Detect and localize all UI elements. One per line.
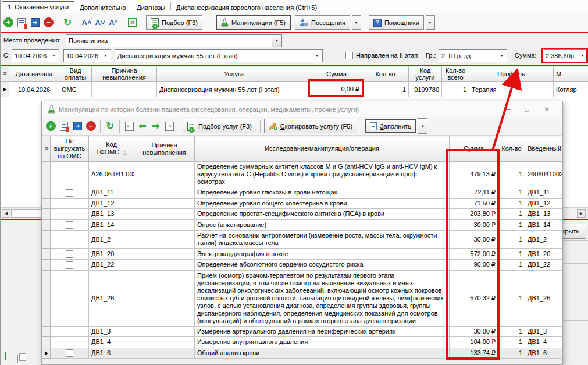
notebook-icon[interactable] — [5, 353, 6, 360]
chevron-down-icon[interactable]: ▼ — [497, 50, 507, 62]
chevron-down-icon[interactable]: ▼ — [101, 50, 111, 62]
manipulations-table: ≣ Не выгружать по ОМС Код ТФОМС△ Причина… — [42, 136, 563, 359]
table-row[interactable]: ДВ1_12 Определение уровня общего холесте… — [42, 198, 564, 209]
cell-entered-code: ДВ1_4 — [525, 337, 564, 348]
col-header[interactable]: М — [554, 66, 588, 82]
chevron-down-icon[interactable]: ▼ — [579, 50, 586, 62]
close-icon[interactable]: ✕ — [537, 105, 557, 114]
tab-diagnoses[interactable]: Диагнозы — [131, 2, 170, 13]
helpers-dropdown[interactable]: ▼ — [426, 15, 435, 30]
application-window: 1. Оказанные услуги Дополнительно Диагно… — [0, 0, 588, 365]
table-row[interactable]: А26.06.041.002 Определение суммарных ант… — [42, 162, 564, 187]
table-row[interactable]: ДВ1_13 Определение простат-специфическог… — [42, 209, 564, 220]
visits-dropdown[interactable]: ▼ — [352, 15, 361, 30]
tab-dispensary[interactable]: Диспансеризация взрослого населения (Ctr… — [171, 2, 322, 13]
date-from-combobox[interactable]: 10.04.2026 ▼ — [12, 49, 59, 62]
visits-button[interactable]: Посещения — [295, 15, 350, 30]
maximize-icon[interactable]: □ — [517, 105, 537, 114]
col-header[interactable]: Не выгружать по ОМС — [51, 136, 89, 162]
fill-dropdown[interactable]: ▼ — [418, 118, 427, 134]
col-header[interactable]: Введенный — [525, 136, 564, 162]
font-increase-icon[interactable]: A˄ — [81, 17, 92, 29]
cell-sum: 0,00 ₽ — [311, 82, 362, 97]
service-combobox[interactable]: Диспансеризация мужчин 55 лет (I этап) ▼ — [115, 49, 323, 62]
col-header[interactable]: Причина невыполнения — [92, 66, 157, 82]
chevron-down-icon[interactable]: ▼ — [312, 50, 322, 62]
col-header[interactable]: Код ТФОМС△ — [89, 136, 134, 162]
sum-combobox[interactable]: 2 386,60р. ▼ — [544, 49, 587, 62]
omit-oms-checkbox[interactable] — [66, 261, 73, 269]
omit-oms-checkbox[interactable] — [66, 236, 73, 243]
omit-oms-checkbox[interactable] — [66, 295, 73, 302]
chevron-down-icon[interactable]: ▼ — [49, 50, 59, 62]
col-header[interactable]: Исследование/манипуляция/операция — [195, 136, 450, 162]
edit-form-icon[interactable] — [16, 17, 27, 29]
first-record-icon[interactable]: ⇤ — [123, 121, 135, 132]
edit-form-icon[interactable] — [58, 121, 70, 132]
delete-icon[interactable]: − — [42, 17, 54, 29]
col-header[interactable]: Причина невыполнения — [134, 136, 195, 162]
col-header[interactable]: Кол-во — [498, 136, 525, 162]
table-row[interactable]: ДВ1_3 Измерение артериального давления н… — [42, 326, 564, 337]
refresh-icon[interactable]: ↻ — [104, 121, 116, 132]
omit-oms-checkbox[interactable] — [66, 339, 73, 346]
date-to-combobox[interactable]: 10.04.2026 ▼ — [63, 49, 111, 62]
save-icon[interactable]: ➜ — [29, 17, 41, 29]
refresh-icon[interactable]: ↻ — [62, 17, 73, 29]
omit-oms-checkbox[interactable] — [66, 171, 73, 178]
omit-oms-checkbox[interactable] — [66, 211, 73, 218]
helpers-button[interactable]: ? Помощники — [369, 15, 424, 30]
table-row[interactable]: ДВ1_4 Измерение внутриглазного давления … — [42, 337, 564, 348]
col-header[interactable]: Сумма — [311, 66, 362, 82]
excel-export-icon[interactable]: ✕ — [127, 17, 138, 29]
table-row[interactable]: ДВ1_11 Определение уровня глюкозы в кров… — [42, 187, 564, 199]
col-header[interactable]: Профиль — [469, 66, 554, 82]
omit-oms-checkbox[interactable] — [66, 189, 73, 197]
font-decrease-icon[interactable]: A˅ — [94, 17, 106, 29]
group-combobox[interactable]: 2. II Гр. зд. ▼ — [439, 49, 507, 62]
fill-button[interactable]: Заполнить — [365, 119, 416, 133]
last-record-icon[interactable]: ⇥ — [163, 121, 175, 132]
col-header[interactable]: Дата начала — [9, 66, 59, 82]
podbor-uslug-button[interactable]: + Подбор услуг (F3) — [183, 119, 256, 133]
cell-entered-code: ДВ1_26 — [525, 270, 564, 326]
table-row[interactable]: ДВ1_20 Электрокардиография в покое 572,0… — [42, 249, 564, 260]
table-row[interactable]: ▶ ДВ1_6 Общий анализ крови 133,74 ₽ 1 ДВ… — [42, 348, 564, 359]
table-row[interactable]: ▶ 10.04.2026 ОМС Диспансеризация мужчин … — [1, 82, 588, 97]
scroll-right-icon[interactable]: ▶ — [577, 209, 586, 218]
col-header[interactable]: Услуга — [157, 66, 311, 82]
next-record-icon[interactable]: ➡ — [150, 121, 162, 132]
table-row[interactable]: ДВ1_26 Прием (осмотр) врачом-терапевтом … — [42, 270, 564, 326]
chevron-down-icon[interactable]: ▼ — [272, 35, 281, 47]
font-size-icon[interactable]: Aᴬ — [108, 17, 119, 29]
col-header[interactable]: Вид оплаты — [59, 66, 92, 82]
tab-additional[interactable]: Дополнительно — [74, 2, 131, 13]
copy-service-button[interactable]: Скопировать услугу (F5) — [264, 119, 357, 133]
podbor-button[interactable]: + Подбор (F3) — [146, 15, 202, 30]
copy-pages-icon[interactable] — [17, 356, 18, 363]
manipulations-button[interactable]: Манипуляции (F5) — [216, 15, 291, 30]
save-icon[interactable]: ➜ — [72, 121, 83, 132]
place-combobox[interactable]: Поликлиника ▼ — [66, 34, 282, 47]
scroll-left-icon[interactable]: ◀ — [2, 209, 10, 218]
tab-rendered-services[interactable]: 1. Оказанные услуги — [2, 1, 74, 13]
prev-record-icon[interactable]: ⬅ — [137, 121, 148, 132]
omit-oms-checkbox[interactable] — [66, 349, 73, 357]
col-header[interactable]: Кол-во — [362, 66, 409, 82]
table-row[interactable]: ДВ1_2 Расчет на основании антропометрии … — [42, 231, 564, 249]
minimize-icon[interactable]: — — [497, 105, 517, 114]
omit-oms-checkbox[interactable] — [66, 328, 73, 335]
col-header[interactable]: Код услуги — [409, 66, 442, 82]
table-row[interactable]: ДВ1_22 Определение абсолютного сердечно-… — [42, 259, 564, 270]
delete-icon[interactable]: − — [85, 121, 97, 132]
add-icon[interactable]: + — [45, 121, 56, 132]
omit-oms-checkbox[interactable] — [66, 200, 73, 207]
scrollbar-thumb[interactable] — [11, 209, 41, 218]
col-header[interactable]: Кол-во всего — [442, 66, 469, 82]
table-row[interactable]: ДВ1_14 Опрос (анкетирование) 30,00 ₽ 1 Д… — [42, 219, 564, 231]
omit-oms-checkbox[interactable] — [66, 250, 73, 258]
add-icon[interactable]: + — [2, 17, 14, 29]
stage2-checkbox[interactable] — [345, 52, 353, 59]
col-header[interactable]: Сумма — [450, 136, 498, 162]
omit-oms-checkbox[interactable] — [66, 221, 73, 229]
